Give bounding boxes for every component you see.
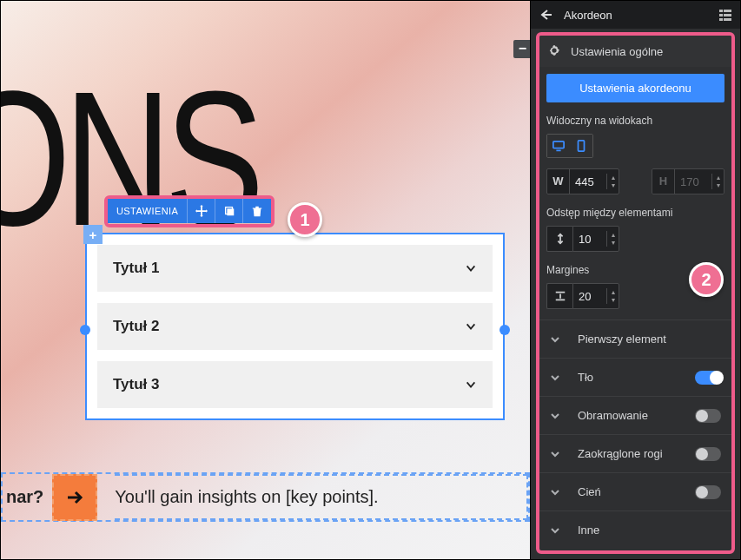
svg-rect-7	[724, 14, 731, 16]
chevron-down-icon	[465, 262, 477, 274]
annotation-badge-1: 1	[288, 202, 322, 237]
shadow-toggle[interactable]	[695, 485, 721, 499]
section-label: Inne	[572, 524, 721, 537]
chevron-down-icon	[550, 372, 560, 383]
duplicate-icon[interactable]	[215, 199, 243, 223]
chevron-down-icon	[550, 525, 560, 536]
svg-rect-12	[579, 141, 585, 151]
cta-arrow-button[interactable]	[52, 474, 97, 521]
section-background[interactable]: Tło	[539, 358, 731, 396]
section-label: Zaokrąglone rogi	[572, 447, 683, 460]
margin-icon	[546, 283, 572, 309]
accordion-widget[interactable]: + USTAWIENIA Tytuł 1	[85, 233, 505, 420]
gear-icon	[548, 44, 560, 59]
height-input: H 170 ▴▾	[652, 168, 724, 194]
section-label: Obramowanie	[572, 409, 683, 422]
annotation-badge-2: 2	[689, 262, 724, 297]
panel-title: Akordeon	[564, 9, 707, 22]
svg-rect-10	[553, 142, 564, 148]
collapse-button[interactable]: −	[513, 40, 531, 58]
height-stepper: ▴▾	[711, 174, 724, 189]
widget-toolbar: USTAWIENIA	[108, 199, 271, 223]
resize-handle-left[interactable]	[80, 325, 90, 335]
section-label: Cień	[572, 485, 683, 498]
back-button[interactable]	[536, 8, 555, 22]
background-toggle[interactable]	[695, 371, 721, 385]
height-value: 170	[675, 175, 711, 188]
cta-question: nar?	[3, 487, 52, 507]
border-toggle[interactable]	[695, 409, 721, 423]
visible-on-views-label: Widoczny na widokach	[546, 115, 724, 127]
section-label: Pierwszy element	[572, 333, 721, 346]
general-settings-label: Ustawienia ogólne	[571, 45, 663, 58]
margin-input[interactable]: 20 ▴▾	[572, 283, 619, 309]
chevron-down-icon	[550, 411, 560, 421]
svg-rect-9	[724, 18, 731, 21]
svg-rect-8	[719, 18, 723, 21]
width-stepper[interactable]: ▴▾	[606, 174, 619, 189]
arrow-right-icon	[66, 489, 83, 506]
accordion-item[interactable]: Tytuł 3	[97, 361, 493, 408]
accordion-container: Tytuł 1 Tytuł 2 Tytuł 3	[85, 233, 505, 420]
margin-value[interactable]: 20	[573, 290, 606, 303]
section-rounded-corners[interactable]: Zaokrąglone rogi	[539, 434, 731, 472]
section-other[interactable]: Inne	[539, 511, 731, 549]
list-view-icon[interactable]	[716, 8, 735, 22]
editor-canvas[interactable]: TIONS − + USTAWIENIA Tytuł 1	[0, 0, 531, 560]
cta-text-container[interactable]: You'll gain insights on [key points].	[115, 474, 528, 520]
spacing-value[interactable]: 10	[573, 233, 606, 246]
accordion-settings-button[interactable]: Ustawienia akordeonu	[546, 74, 724, 102]
rounded-toggle[interactable]	[695, 447, 721, 461]
cta-text: You'll gain insights on [key points].	[115, 487, 378, 507]
mobile-toggle[interactable]	[570, 135, 592, 157]
resize-handle-right[interactable]	[500, 325, 510, 335]
chevron-down-icon	[550, 449, 560, 459]
svg-rect-5	[724, 10, 731, 12]
section-border[interactable]: Obramowanie	[539, 396, 731, 434]
height-label: H	[652, 169, 675, 194]
svg-rect-6	[719, 14, 723, 16]
section-label: Tło	[572, 371, 683, 384]
section-shadow[interactable]: Cień	[539, 472, 731, 511]
section-first-element[interactable]: Pierwszy element	[539, 320, 731, 358]
panel-header: Akordeon	[531, 1, 740, 29]
margin-stepper[interactable]: ▴▾	[606, 288, 619, 304]
desktop-toggle[interactable]	[547, 135, 570, 157]
width-input[interactable]: W 445 ▴▾	[546, 168, 619, 194]
accordion-item-title: Tytuł 3	[113, 376, 160, 393]
svg-rect-4	[719, 10, 723, 12]
svg-rect-1	[227, 208, 234, 215]
spacing-stepper[interactable]: ▴▾	[606, 231, 619, 247]
device-visibility-toggle	[546, 134, 593, 158]
accordion-item-title: Tytuł 1	[113, 260, 160, 277]
toolbar-highlight: USTAWIENIA	[104, 195, 275, 227]
accordion-item-title: Tytuł 2	[113, 318, 160, 335]
general-settings-header: Ustawienia ogólne	[539, 36, 731, 67]
width-label: W	[547, 169, 570, 194]
spacing-icon	[546, 226, 572, 252]
accordion-item[interactable]: Tytuł 2	[97, 303, 493, 350]
delete-icon[interactable]	[243, 199, 271, 223]
accordion-item[interactable]: Tytuł 1	[97, 245, 493, 292]
spacing-input[interactable]: 10 ▴▾	[572, 226, 619, 252]
add-element-button[interactable]: +	[83, 225, 103, 244]
chevron-down-icon	[465, 379, 477, 391]
width-value[interactable]: 445	[570, 175, 606, 188]
chevron-down-icon	[550, 487, 560, 497]
spacing-label: Odstęp między elementami	[546, 207, 724, 219]
move-icon[interactable]	[188, 199, 215, 223]
chevron-down-icon	[465, 320, 477, 333]
toolbar-settings-button[interactable]: USTAWIENIA	[108, 199, 188, 223]
cta-section[interactable]: nar? You'll gain insights on [key points…	[1, 472, 530, 522]
chevron-down-icon	[550, 334, 560, 345]
